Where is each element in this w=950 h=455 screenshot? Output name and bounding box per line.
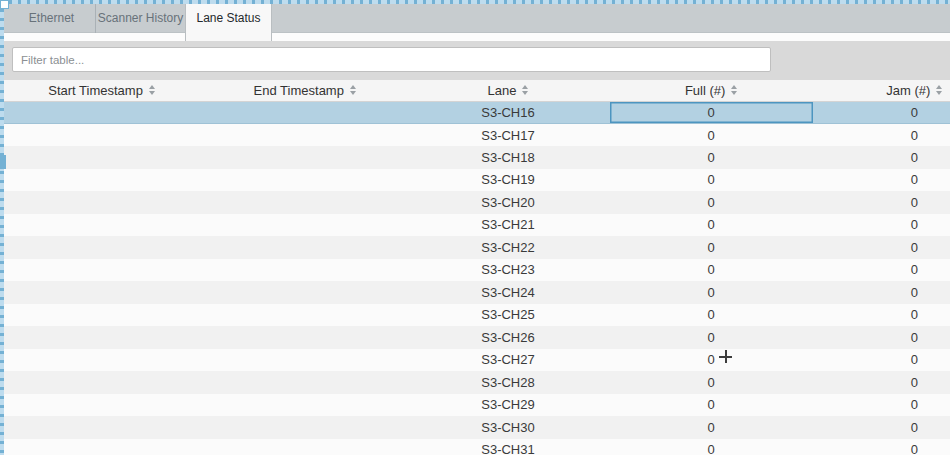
- cell-end[interactable]: [203, 169, 406, 192]
- cell-start[interactable]: [0, 124, 203, 147]
- cell-start[interactable]: [0, 214, 203, 237]
- cell-jam[interactable]: 0: [813, 416, 950, 439]
- column-header-lane[interactable]: Lane: [406, 80, 609, 101]
- cell-jam[interactable]: 0: [813, 326, 950, 349]
- cell-end[interactable]: [203, 101, 406, 124]
- cell-lane[interactable]: S3-CH29: [406, 394, 609, 417]
- table-row[interactable]: S3-CH2600: [0, 326, 950, 349]
- cell-jam[interactable]: 0: [813, 124, 950, 147]
- cell-lane[interactable]: S3-CH31: [406, 439, 609, 455]
- column-header-start[interactable]: Start Timestamp: [0, 80, 203, 101]
- table-row[interactable]: S3-CH1700: [0, 124, 950, 147]
- cell-full[interactable]: 0: [610, 214, 813, 237]
- cell-end[interactable]: [203, 371, 406, 394]
- cell-full[interactable]: 0: [610, 304, 813, 327]
- table-row[interactable]: S3-CH2200: [0, 236, 950, 259]
- cell-lane[interactable]: S3-CH20: [406, 191, 609, 214]
- cell-jam[interactable]: 0: [813, 281, 950, 304]
- cell-lane[interactable]: S3-CH22: [406, 236, 609, 259]
- cell-end[interactable]: [203, 394, 406, 417]
- cell-full[interactable]: 0: [610, 394, 813, 417]
- table-row[interactable]: S3-CH1600: [0, 101, 950, 124]
- selection-handle-top-left[interactable]: [0, 0, 9, 9]
- table-row[interactable]: S3-CH2900: [0, 394, 950, 417]
- cell-end[interactable]: [203, 124, 406, 147]
- table-row[interactable]: S3-CH3000: [0, 416, 950, 439]
- cell-start[interactable]: [0, 394, 203, 417]
- table-row[interactable]: S3-CH2000: [0, 191, 950, 214]
- cell-start[interactable]: [0, 281, 203, 304]
- tab-ethernet[interactable]: Ethernet: [8, 4, 96, 33]
- cell-lane[interactable]: S3-CH18: [406, 146, 609, 169]
- cell-lane[interactable]: S3-CH17: [406, 124, 609, 147]
- cell-jam[interactable]: 0: [813, 191, 950, 214]
- cell-jam[interactable]: 0: [813, 304, 950, 327]
- cell-lane[interactable]: S3-CH16: [406, 101, 609, 124]
- cell-start[interactable]: [0, 349, 203, 372]
- cell-full[interactable]: 0: [610, 124, 813, 147]
- cell-end[interactable]: [203, 281, 406, 304]
- cell-lane[interactable]: S3-CH28: [406, 371, 609, 394]
- table-row[interactable]: S3-CH1800: [0, 146, 950, 169]
- cell-jam[interactable]: 0: [813, 169, 950, 192]
- column-header-full[interactable]: Full (#): [610, 80, 813, 101]
- table-row[interactable]: S3-CH2400: [0, 281, 950, 304]
- cell-start[interactable]: [0, 371, 203, 394]
- cell-lane[interactable]: S3-CH24: [406, 281, 609, 304]
- cell-lane[interactable]: S3-CH30: [406, 416, 609, 439]
- sort-icon[interactable]: [149, 85, 155, 95]
- cell-end[interactable]: [203, 349, 406, 372]
- table-row[interactable]: S3-CH1900: [0, 169, 950, 192]
- cell-jam[interactable]: 0: [813, 349, 950, 372]
- cell-jam[interactable]: 0: [813, 259, 950, 282]
- cell-start[interactable]: [0, 326, 203, 349]
- cell-start[interactable]: [0, 191, 203, 214]
- cell-jam[interactable]: 0: [813, 394, 950, 417]
- cell-start[interactable]: [0, 236, 203, 259]
- cell-full[interactable]: 0: [610, 236, 813, 259]
- cell-lane[interactable]: S3-CH27: [406, 349, 609, 372]
- cell-end[interactable]: [203, 304, 406, 327]
- cell-full[interactable]: 0: [610, 349, 813, 372]
- tab-lane-status[interactable]: Lane Status: [185, 4, 272, 41]
- cell-jam[interactable]: 0: [813, 439, 950, 455]
- cell-full[interactable]: 0: [610, 169, 813, 192]
- cell-full[interactable]: 0: [610, 259, 813, 282]
- cell-end[interactable]: [203, 214, 406, 237]
- cell-start[interactable]: [0, 416, 203, 439]
- cell-jam[interactable]: 0: [813, 214, 950, 237]
- cell-lane[interactable]: S3-CH19: [406, 169, 609, 192]
- cell-full[interactable]: 0: [610, 146, 813, 169]
- column-header-end[interactable]: End Timestamp: [203, 80, 406, 101]
- cell-lane[interactable]: S3-CH26: [406, 326, 609, 349]
- filter-table-input[interactable]: [12, 47, 771, 72]
- cell-full[interactable]: 0: [610, 439, 813, 455]
- cell-full[interactable]: 0: [610, 416, 813, 439]
- cell-end[interactable]: [203, 326, 406, 349]
- sort-icon[interactable]: [936, 85, 942, 95]
- cell-full[interactable]: 0: [610, 191, 813, 214]
- cell-full[interactable]: 0: [610, 326, 813, 349]
- cell-jam[interactable]: 0: [813, 371, 950, 394]
- cell-lane[interactable]: S3-CH21: [406, 214, 609, 237]
- sort-icon[interactable]: [522, 85, 528, 95]
- cell-full[interactable]: 0: [610, 371, 813, 394]
- cell-lane[interactable]: S3-CH23: [406, 259, 609, 282]
- cell-jam[interactable]: 0: [813, 146, 950, 169]
- table-row[interactable]: S3-CH2100: [0, 214, 950, 237]
- cell-jam[interactable]: 0: [813, 101, 950, 124]
- table-row[interactable]: S3-CH2300: [0, 259, 950, 282]
- cell-full[interactable]: 0: [610, 101, 813, 124]
- table-row[interactable]: S3-CH3100: [0, 439, 950, 455]
- cell-start[interactable]: [0, 101, 203, 124]
- cell-end[interactable]: [203, 191, 406, 214]
- cell-start[interactable]: [0, 146, 203, 169]
- selection-handle-middle-left[interactable]: [0, 155, 6, 169]
- column-header-jam[interactable]: Jam (#): [813, 80, 950, 101]
- table-row[interactable]: S3-CH2800: [0, 371, 950, 394]
- sort-icon[interactable]: [731, 85, 737, 95]
- cell-end[interactable]: [203, 259, 406, 282]
- cell-start[interactable]: [0, 169, 203, 192]
- cell-start[interactable]: [0, 439, 203, 455]
- tab-scanner-history[interactable]: Scanner History: [96, 4, 185, 33]
